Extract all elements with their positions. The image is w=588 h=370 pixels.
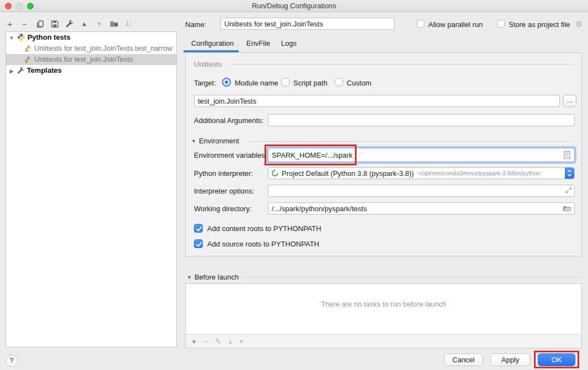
store-as-project-file-checkbox[interactable] <box>497 20 505 28</box>
ok-button[interactable]: OK <box>538 353 575 366</box>
interpreter-options-input[interactable] <box>268 185 575 197</box>
add-task-icon[interactable]: + <box>189 336 199 346</box>
additional-arguments-input[interactable] <box>268 114 575 126</box>
name-label: Name: <box>185 20 206 29</box>
python-icon <box>17 33 25 43</box>
python-interpreter-path: ~/opt/miniconda3/envs/pyspark-3.8/bin/py… <box>417 170 541 176</box>
group-divider <box>230 64 573 65</box>
svg-text:z: z <box>130 24 131 28</box>
target-custom-radio[interactable] <box>335 78 343 87</box>
title-bar: Run/Debug Configurations <box>0 0 588 12</box>
store-as-project-file-label: Store as project file <box>509 20 570 29</box>
python-interpreter-label: Python interpreter: <box>194 169 253 178</box>
environment-divider <box>249 141 573 142</box>
environment-section-title: Environment <box>199 137 239 145</box>
browse-environment-variables-icon[interactable] <box>563 151 571 161</box>
python-interpreter-value: Project Default (Python 3.8 (pyspark-3.8… <box>282 169 414 178</box>
cancel-button[interactable]: Cancel <box>444 353 483 366</box>
tree-item-templates[interactable]: ▶ Templates <box>6 65 176 76</box>
window-title: Run/Debug Configurations <box>0 2 588 10</box>
tree-item-label: Unittests for test_join.JoinTests.test_n… <box>34 44 172 52</box>
module-name-input[interactable] <box>194 95 560 107</box>
help-button[interactable]: ? <box>6 355 18 367</box>
copy-icon[interactable] <box>34 18 45 29</box>
allow-parallel-run-label: Allow parallel run <box>428 20 483 29</box>
tree-item-unittests-test-narrow[interactable]: Unittests for test_join.JoinTests.test_n… <box>6 43 176 54</box>
tree-item-label: Templates <box>27 66 62 74</box>
browse-module-button[interactable]: ... <box>563 95 576 107</box>
additional-arguments-label: Additional Arguments: <box>194 116 263 125</box>
chevron-down-icon[interactable]: ▼ <box>191 138 196 144</box>
add-source-roots-label: Add source roots to PYTHONPATH <box>207 240 319 248</box>
target-module-name-radio[interactable] <box>222 78 231 87</box>
gear-icon[interactable]: ⚙ <box>575 19 582 29</box>
svg-text:a: a <box>130 20 132 24</box>
browse-folder-icon[interactable] <box>563 204 572 215</box>
add-content-roots-label: Add content roots to PYTHONPATH <box>207 224 321 233</box>
tree-item-python-tests[interactable]: ▼ Python tests <box>6 32 176 43</box>
python-interpreter-select[interactable]: Project Default (Python 3.8 (pyspark-3.8… <box>268 167 575 179</box>
run-debug-configurations-dialog: Run/Debug Configurations + − ▲ ▼ az ▼ Py… <box>0 0 588 370</box>
working-directory-label: Working directory: <box>194 205 252 213</box>
apply-button[interactable]: Apply <box>490 353 530 366</box>
expand-field-icon[interactable] <box>565 186 573 196</box>
new-folder-icon[interactable] <box>109 18 120 29</box>
remove-task-icon: − <box>201 336 211 346</box>
tree-item-label: Unittests for test_join.JoinTests <box>34 55 133 63</box>
tab-logs[interactable]: Logs <box>281 39 296 50</box>
dropdown-stepper-icon[interactable] <box>565 168 574 179</box>
add-icon[interactable]: + <box>4 18 15 29</box>
before-launch-divider <box>242 277 582 277</box>
target-label: Target: <box>194 79 216 87</box>
tab-envfile[interactable]: EnvFile <box>246 39 270 50</box>
environment-variables-label: Environment variables: <box>194 151 267 159</box>
before-launch-toolbar: + − ✎ ▲ ▼ <box>186 334 581 348</box>
sort-alphabetically-icon: az <box>123 18 134 29</box>
tab-configuration[interactable]: Configuration <box>191 39 234 50</box>
unittests-group-title: Unittests <box>194 60 222 68</box>
environment-variables-input[interactable] <box>268 148 575 162</box>
move-up-icon[interactable]: ▲ <box>79 18 90 29</box>
before-launch-title: Before launch <box>195 273 239 281</box>
configurations-tree: ▼ Python tests Unittests for test_join.J… <box>6 31 177 347</box>
python-test-icon <box>25 56 32 65</box>
python-test-icon <box>25 45 32 54</box>
environment-section-header[interactable]: ▼Environment <box>191 137 239 145</box>
chevron-down-icon[interactable]: ▼ <box>187 275 192 280</box>
tree-item-label: Python tests <box>28 33 71 41</box>
before-launch-empty-message: There are no tasks to run before launch <box>186 300 581 308</box>
move-task-up-icon: ▲ <box>225 336 235 346</box>
conda-environment-icon <box>271 169 279 177</box>
interpreter-options-label: Interpreter options: <box>194 187 254 195</box>
target-script-path-radio[interactable] <box>281 78 290 87</box>
add-source-roots-checkbox[interactable] <box>194 239 203 248</box>
chevron-down-icon[interactable]: ▼ <box>8 33 15 43</box>
name-input[interactable] <box>220 18 395 30</box>
chevron-right-icon[interactable]: ▶ <box>8 66 15 76</box>
target-module-name-label: Module name <box>235 79 278 87</box>
target-script-path-label: Script path <box>293 79 327 87</box>
wrench-icon <box>17 67 25 76</box>
edit-task-icon: ✎ <box>213 336 223 346</box>
move-down-icon: ▼ <box>94 18 105 29</box>
edit-templates-icon[interactable] <box>64 18 75 29</box>
before-launch-section-header[interactable]: ▼Before launch <box>187 273 239 281</box>
add-content-roots-checkbox[interactable] <box>194 224 203 233</box>
save-icon[interactable] <box>49 18 60 29</box>
target-custom-label: Custom <box>347 79 371 87</box>
before-launch-panel: There are no tasks to run before launch … <box>185 283 582 348</box>
move-task-down-icon: ▼ <box>236 336 246 346</box>
remove-icon[interactable]: − <box>19 18 30 29</box>
allow-parallel-run-checkbox[interactable] <box>417 20 424 28</box>
working-directory-input[interactable] <box>268 202 575 215</box>
tree-item-unittests-jointests[interactable]: Unittests for test_join.JoinTests <box>6 54 176 65</box>
